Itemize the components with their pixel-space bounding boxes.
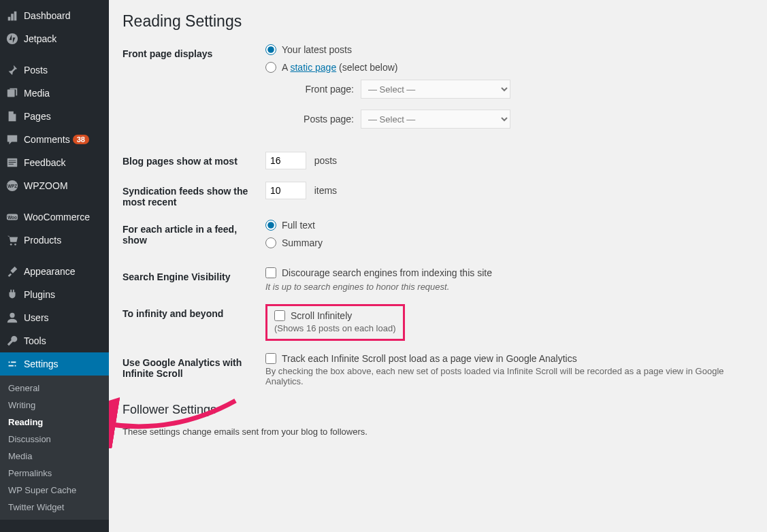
ga-checkbox-label: Track each Infinite Scroll post load as … <box>282 353 577 364</box>
svg-point-9 <box>10 313 14 318</box>
settings-submenu: General Writing Reading Discussion Media… <box>0 376 109 520</box>
page-title: Reading Settings <box>123 12 753 31</box>
feedback-icon <box>5 156 19 169</box>
sidebar-label: Tools <box>24 335 46 346</box>
full-text-label: Full text <box>282 220 315 231</box>
sidebar-label: Posts <box>24 65 48 76</box>
sidebar-label: WPZOOM <box>24 180 68 191</box>
radio-summary[interactable] <box>265 237 276 248</box>
sidebar-label: Appearance <box>24 266 76 277</box>
static-page-label: A static page (select below) <box>282 62 397 73</box>
main-content: Reading Settings Front page displays You… <box>109 0 767 532</box>
ga-label: Use Google Analytics with Infinite Scrol… <box>123 353 265 379</box>
jetpack-icon <box>5 32 19 46</box>
svg-point-8 <box>14 244 16 246</box>
radio-latest-posts[interactable] <box>265 44 276 55</box>
scroll-infinitely-desc: (Shows 16 posts on each load) <box>274 323 396 333</box>
blog-pages-label: Blog pages show at most <box>123 152 265 167</box>
pages-icon <box>5 110 19 123</box>
sev-checkbox[interactable] <box>265 267 276 278</box>
users-icon <box>5 311 19 325</box>
scroll-infinitely-label: Scroll Infinitely <box>291 310 352 321</box>
sidebar-item-settings[interactable]: Settings <box>0 352 109 376</box>
sev-label: Search Engine Visibility <box>123 267 265 282</box>
scroll-infinitely-highlight: Scroll Infinitely (Shows 16 posts on eac… <box>265 304 405 341</box>
sidebar-item-feedback[interactable]: Feedback <box>0 151 109 174</box>
wpzoom-icon: WPZ <box>5 179 19 193</box>
sidebar-label: Media <box>24 88 50 99</box>
sidebar-item-plugins[interactable]: Plugins <box>0 283 109 306</box>
submenu-reading[interactable]: Reading <box>0 414 109 431</box>
scroll-infinitely-checkbox[interactable] <box>274 310 285 321</box>
submenu-twitterwidget[interactable]: Twitter Widget <box>0 499 109 516</box>
submenu-general[interactable]: General <box>0 380 109 397</box>
submenu-writing[interactable]: Writing <box>0 397 109 414</box>
submenu-media[interactable]: Media <box>0 448 109 465</box>
summary-label: Summary <box>282 237 323 248</box>
dashboard-icon <box>5 9 19 22</box>
annotation-arrow <box>109 394 249 448</box>
latest-posts-label: Your latest posts <box>282 44 352 55</box>
tools-icon <box>5 334 19 348</box>
sidebar-label: Feedback <box>24 157 65 168</box>
sidebar-item-media[interactable]: Media <box>0 82 109 105</box>
sidebar-label: Products <box>24 235 61 246</box>
submenu-permalinks[interactable]: Permalinks <box>0 465 109 482</box>
sidebar-item-woocommerce[interactable]: Woo WooCommerce <box>0 205 109 229</box>
comment-icon <box>5 133 19 146</box>
appearance-icon <box>5 265 19 278</box>
sev-description: It is up to search engines to honor this… <box>265 282 753 292</box>
follower-settings-heading: Follower Settings <box>123 403 753 417</box>
submenu-wpsupercache[interactable]: WP Super Cache <box>0 482 109 499</box>
sidebar-item-products[interactable]: Products <box>0 229 109 252</box>
pin-icon <box>5 63 19 77</box>
sidebar-item-jetpack[interactable]: Jetpack <box>0 27 109 50</box>
sev-checkbox-label: Discourage search engines from indexing … <box>282 267 492 278</box>
admin-sidebar: Dashboard Jetpack Posts Media Pages Comm… <box>0 0 109 532</box>
sidebar-item-dashboard[interactable]: Dashboard <box>0 4 109 27</box>
follower-settings-desc: These settings change emails sent from y… <box>123 427 753 437</box>
settings-icon <box>5 357 19 371</box>
media-icon <box>5 86 19 100</box>
sidebar-label: Dashboard <box>24 10 71 21</box>
sidebar-item-tools[interactable]: Tools <box>0 329 109 352</box>
sidebar-item-wpzoom[interactable]: WPZ WPZOOM <box>0 174 109 197</box>
sidebar-item-posts[interactable]: Posts <box>0 59 109 82</box>
sidebar-label: WooCommerce <box>24 212 90 222</box>
sidebar-item-pages[interactable]: Pages <box>0 105 109 128</box>
sidebar-item-users[interactable]: Users <box>0 306 109 329</box>
comments-badge: 38 <box>73 135 89 144</box>
items-suffix: items <box>314 185 337 196</box>
syndication-input[interactable] <box>265 182 306 199</box>
submenu-discussion[interactable]: Discussion <box>0 431 109 448</box>
posts-page-select[interactable]: — Select — <box>361 110 510 129</box>
ga-description: By checking the box above, each new set … <box>265 366 753 386</box>
sidebar-label: Settings <box>24 359 59 369</box>
products-icon <box>5 233 19 247</box>
blog-pages-input[interactable] <box>265 152 306 169</box>
svg-point-0 <box>7 33 18 44</box>
infinity-label: To infinity and beyond <box>123 304 265 319</box>
radio-full-text[interactable] <box>265 220 276 231</box>
front-page-displays-label: Front page displays <box>123 44 265 59</box>
radio-static-page[interactable] <box>265 62 276 73</box>
svg-text:Woo: Woo <box>7 215 17 220</box>
sidebar-label: Users <box>24 312 49 323</box>
sidebar-item-comments[interactable]: Comments 38 <box>0 128 109 151</box>
plugins-icon <box>5 288 19 301</box>
posts-page-sublabel: Posts page: <box>293 114 354 124</box>
front-page-select[interactable]: — Select — <box>361 80 510 99</box>
sidebar-label: Pages <box>24 111 51 122</box>
sidebar-label: Jetpack <box>24 33 56 44</box>
ga-checkbox[interactable] <box>265 353 276 364</box>
posts-suffix: posts <box>314 155 337 166</box>
sidebar-item-appearance[interactable]: Appearance <box>0 260 109 283</box>
static-page-link[interactable]: static page <box>290 62 336 73</box>
svg-text:WPZ: WPZ <box>7 184 17 188</box>
svg-point-7 <box>10 244 12 246</box>
front-page-sublabel: Front page: <box>293 84 354 95</box>
syndication-label: Syndication feeds show the most recent <box>123 182 265 207</box>
sidebar-label: Plugins <box>24 289 55 300</box>
sidebar-label: Comments <box>24 134 70 145</box>
woocommerce-icon: Woo <box>5 210 19 224</box>
